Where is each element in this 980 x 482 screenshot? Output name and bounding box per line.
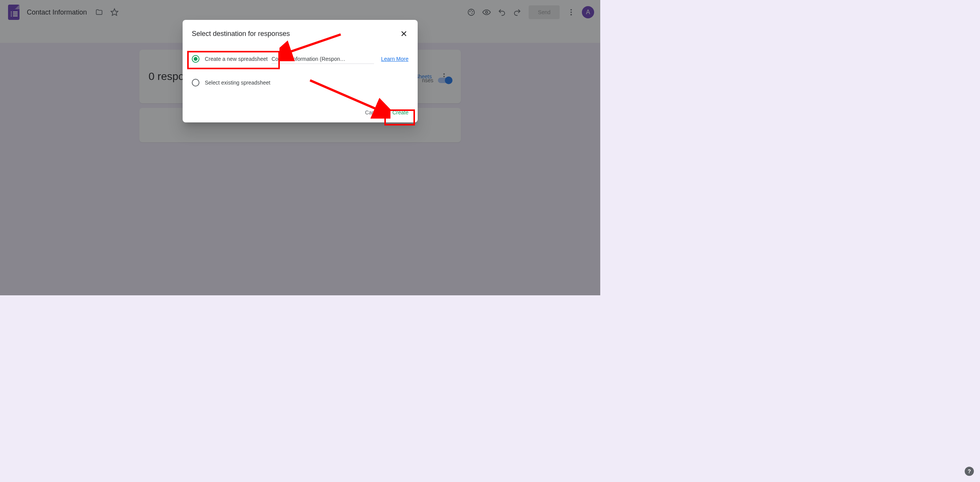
help-icon[interactable]: ? <box>965 467 974 476</box>
option-select-existing-label: Select existing spreadsheet <box>205 80 270 86</box>
dialog-title: Select destination for responses <box>192 30 399 38</box>
option-create-new[interactable]: Create a new spreadsheet Contact Informa… <box>192 51 408 67</box>
learn-more-link[interactable]: Learn More <box>381 56 408 62</box>
select-destination-dialog: Select destination for responses Create … <box>183 20 418 122</box>
cancel-button[interactable]: Cancel <box>365 109 382 116</box>
radio-select-existing[interactable] <box>192 79 199 86</box>
option-create-new-label: Create a new spreadsheet <box>205 56 268 62</box>
create-button[interactable]: Create <box>392 109 408 116</box>
option-select-existing[interactable]: Select existing spreadsheet <box>192 75 408 90</box>
close-icon[interactable] <box>399 29 408 38</box>
new-spreadsheet-name-input[interactable]: Contact Information (Respon… <box>271 54 374 64</box>
radio-create-new[interactable] <box>192 55 199 63</box>
